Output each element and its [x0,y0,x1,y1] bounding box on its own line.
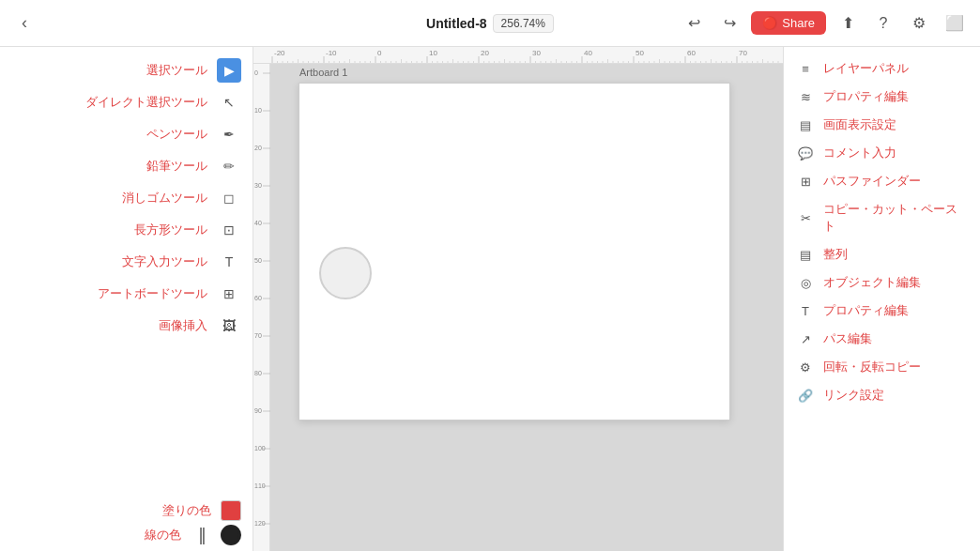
panel-label-object-edit: オブジェクト編集 [823,274,921,291]
tool-artboard[interactable]: アートボードツール⊞ [0,278,253,310]
tool-label-pen: ペンツール [146,126,207,143]
canvas-area[interactable]: -20-100102030405060708090100 01020304050… [253,47,783,551]
tool-label-image: 画像挿入 [159,317,207,334]
fill-color-label: 塗りの色 [162,502,211,519]
upload-button[interactable]: ⬆ [834,9,862,38]
panel-label-link: リンク設定 [823,387,884,404]
stroke-color-swatch[interactable] [221,525,241,545]
panel-item-copy-cut[interactable]: ✂コピー・カット・ペースト [784,195,980,240]
panel-item-prop-edit[interactable]: Tプロパティ編集 [784,297,980,325]
artboard-label: Artboard 1 [299,67,347,78]
panel-item-align[interactable]: ▤整列 [784,240,980,268]
right-panel: ≡レイヤーパネル≋プロパティ編集▤画面表示設定💬コメント入力⊞パスファインダー✂… [783,47,980,551]
tool-icon-rect: ⊡ [217,218,241,242]
svg-text:20: 20 [254,145,262,151]
svg-text:60: 60 [254,295,262,301]
panel-icon-screen: ▤ [797,116,814,133]
svg-text:50: 50 [254,257,262,264]
fill-color-row: 塗りの色 [162,500,241,521]
tool-select[interactable]: 選択ツール▶ [0,54,253,86]
panel-item-rotate[interactable]: ⚙回転・反転コピー [784,353,980,381]
topbar-right: ↩ ↪ 🔴 Share ⬆ ? ⚙ ⬜ [654,9,969,38]
svg-text:30: 30 [254,182,262,189]
canvas-inner[interactable]: Artboard 1 [270,64,783,551]
panel-item-comment[interactable]: 💬コメント入力 [784,139,980,167]
share-button[interactable]: 🔴 Share [751,11,826,35]
panel-item-layers[interactable]: ≡レイヤーパネル [784,54,980,83]
share-label: Share [782,16,815,30]
undo-button[interactable]: ↩ [680,9,708,38]
svg-text:40: 40 [254,220,262,226]
ruler-left: 0102030405060708090100110120 [253,64,270,551]
svg-text:70: 70 [739,49,747,57]
topbar: ‹ Untitled-8 256.74% ↩ ↪ 🔴 Share ⬆ ? ⚙ ⬜ [0,0,980,47]
panel-item-object-edit[interactable]: ◎オブジェクト編集 [784,268,980,297]
settings-button[interactable]: ⚙ [905,9,933,38]
redo-button[interactable]: ↪ [715,9,743,38]
help-button[interactable]: ? [869,9,897,38]
fill-color-swatch[interactable] [221,500,241,521]
panel-icon-comment: 💬 [797,145,814,161]
tool-rect[interactable]: 長方形ツール⊡ [0,214,253,246]
svg-text:120: 120 [254,520,266,527]
canvas-circle[interactable] [319,247,372,299]
svg-text:-20: -20 [274,49,285,57]
panel-item-pathfinder[interactable]: ⊞パスファインダー [784,167,980,195]
settings-icon: ⚙ [912,14,926,32]
panel-icon-copy-cut: ✂ [797,209,814,226]
panel-label-align: 整列 [823,246,848,263]
panel-icon-properties: ≋ [797,88,814,105]
panel-label-properties: プロパティ編集 [823,88,909,105]
upload-icon: ⬆ [842,14,854,32]
svg-text:50: 50 [635,49,644,57]
panel-item-link[interactable]: 🔗リンク設定 [784,381,980,409]
panel-icon-path-edit: ↗ [797,330,814,347]
tool-label-text: 文字入力ツール [122,253,207,270]
extra-button[interactable]: ⬜ [941,9,969,38]
panel-label-screen: 画面表示設定 [823,116,896,133]
tool-pencil[interactable]: 鉛筆ツール✏ [0,150,253,182]
tool-icon-pen: ✒ [217,122,241,146]
panel-icon-link: 🔗 [797,387,814,404]
tool-pen[interactable]: ペンツール✒ [0,118,253,150]
zoom-control[interactable]: 256.74% [493,14,554,33]
panel-label-path-edit: パス編集 [823,330,872,347]
topbar-center: Untitled-8 256.74% [333,14,648,33]
tool-label-direct-select: ダイレクト選択ツール [85,94,207,111]
redo-icon: ↪ [724,14,736,32]
panel-icon-object-edit: ◎ [797,274,814,291]
back-button[interactable]: ‹ [11,10,38,37]
panel-label-layers: レイヤーパネル [823,60,909,77]
tool-eraser[interactable]: 消しゴムツール◻ [0,182,253,214]
stroke-lines-icon: ‖ [191,525,211,545]
panel-label-prop-edit: プロパティ編集 [823,302,909,319]
panel-item-path-edit[interactable]: ↗パス編集 [784,325,980,353]
panel-icon-rotate: ⚙ [797,359,814,375]
panel-label-copy-cut: コピー・カット・ペースト [823,201,967,235]
tool-direct-select[interactable]: ダイレクト選択ツール↖ [0,86,253,118]
svg-text:0: 0 [254,69,258,76]
tool-image[interactable]: 画像挿入🖼 [0,310,253,342]
tool-list: 選択ツール▶ダイレクト選択ツール↖ペンツール✒鉛筆ツール✏消しゴムツール◻長方形… [0,47,253,495]
panel-item-properties[interactable]: ≋プロパティ編集 [784,83,980,111]
tool-label-select: 選択ツール [146,62,207,79]
tool-text[interactable]: 文字入力ツールT [0,246,253,278]
tool-icon-direct-select: ↖ [217,90,241,115]
tool-label-rect: 長方形ツール [134,222,207,238]
panel-icon-prop-edit: T [797,302,814,319]
svg-text:0: 0 [377,49,382,57]
panel-icon-pathfinder: ⊞ [797,173,814,190]
panel-label-pathfinder: パスファインダー [823,173,921,190]
svg-text:90: 90 [254,407,262,414]
extra-icon: ⬜ [945,14,964,32]
svg-text:-10: -10 [326,49,337,57]
artboard: Artboard 1 [299,83,730,421]
panel-icon-align: ▤ [797,246,814,263]
svg-text:10: 10 [254,107,262,114]
document-title: Untitled-8 [426,16,487,31]
left-panel: 選択ツール▶ダイレクト選択ツール↖ペンツール✒鉛筆ツール✏消しゴムツール◻長方形… [0,47,253,551]
panel-item-screen[interactable]: ▤画面表示設定 [784,111,980,139]
ruler-top: -20-100102030405060708090100 [253,47,783,64]
share-icon: 🔴 [762,16,777,30]
stroke-color-label: 線の色 [145,527,181,543]
